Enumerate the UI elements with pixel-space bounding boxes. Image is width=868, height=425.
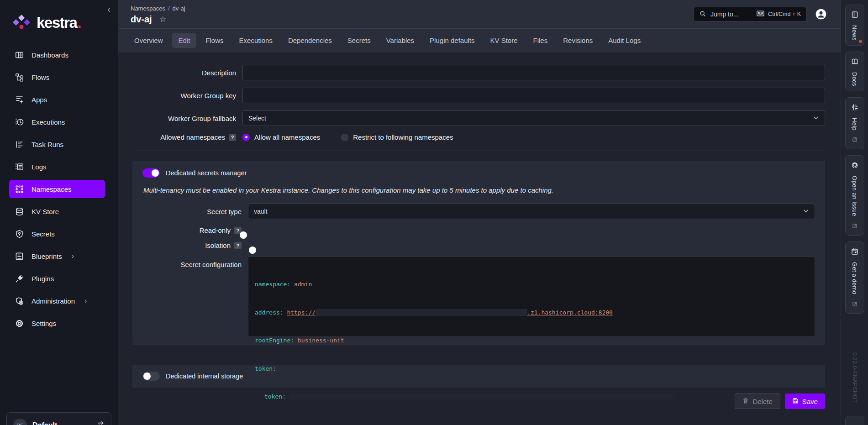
tab-kv-store[interactable]: KV Store — [484, 33, 524, 48]
breadcrumb: Namespaces/dv-aj — [131, 5, 185, 12]
section-divider — [132, 151, 825, 151]
save-icon — [792, 398, 799, 405]
slack-icon — [851, 104, 858, 113]
redacted-value — [289, 393, 673, 400]
chevron-down-icon — [803, 208, 809, 215]
tab-dependencies[interactable]: Dependencies — [282, 33, 338, 48]
logo-dot: . — [77, 14, 81, 31]
sidebar-item-executions[interactable]: Executions — [9, 113, 105, 131]
sidebar-item-namespaces[interactable]: Namespaces — [9, 180, 105, 198]
sidebar: ‹ kestra. Dashboards — [0, 0, 118, 425]
sidebar-item-plugins[interactable]: Plugins — [9, 269, 105, 288]
favorite-star-icon[interactable]: ☆ — [159, 15, 166, 24]
read-only-label: Read-only ? — [142, 226, 248, 234]
tab-edit[interactable]: Edit — [172, 33, 197, 48]
secret-configuration-editor[interactable]: namespace: admin address: https://.z1.ha… — [248, 257, 815, 337]
version-label: 0.22.0-SNAPSHOT — [852, 352, 858, 403]
sidebar-item-kv-store[interactable]: KV Store — [9, 202, 105, 220]
task-runs-icon — [15, 140, 24, 149]
secret-type-select[interactable]: vault — [248, 204, 815, 219]
breadcrumb-current[interactable]: dv-aj — [173, 5, 185, 12]
sidebar-item-label: Apps — [32, 96, 47, 104]
kestra-logo[interactable]: kestra. — [0, 0, 118, 43]
secret-type-label: Secret type — [142, 208, 248, 215]
tab-files[interactable]: Files — [527, 33, 554, 48]
sidebar-item-task-runs[interactable]: Task Runs — [9, 135, 105, 153]
calendar-icon — [851, 248, 858, 257]
sidebar-collapse-button[interactable]: ‹ — [107, 5, 110, 14]
app-window: ‹ kestra. Dashboards — [0, 0, 868, 425]
main-area: Namespaces/dv-aj dv-aj ☆ Jump to... — [118, 0, 841, 425]
chevron-right-icon: › — [72, 252, 74, 260]
news-button[interactable]: News — [845, 5, 864, 46]
news-icon — [851, 11, 858, 20]
worker-group-key-input[interactable] — [242, 88, 825, 103]
notification-badge — [859, 40, 862, 43]
sidebar-item-label: Namespaces — [32, 185, 72, 193]
external-link-icon — [852, 222, 857, 231]
help-icon[interactable]: ? — [234, 242, 242, 249]
external-link-icon — [852, 136, 857, 144]
tab-variables[interactable]: Variables — [380, 33, 421, 48]
logs-icon — [15, 162, 24, 171]
redacted-value — [316, 309, 527, 316]
breadcrumb-namespaces[interactable]: Namespaces — [131, 5, 165, 12]
breadcrumb-separator: / — [168, 5, 170, 12]
dedicated-secrets-manager-panel: Dedicated secrets manager Multi-tenancy … — [132, 161, 825, 345]
user-avatar[interactable] — [815, 8, 827, 20]
sidebar-item-flows[interactable]: Flows — [9, 68, 105, 86]
radio-restrict-namespaces[interactable]: Restrict to following namespaces — [341, 133, 453, 141]
sidebar-item-blueprints[interactable]: Blueprints › — [9, 247, 105, 265]
sidebar-item-dashboards[interactable]: Dashboards — [9, 46, 105, 64]
sidebar-item-label: KV Store — [32, 208, 59, 215]
worker-group-fallback-select[interactable]: Select — [242, 110, 825, 126]
help-button[interactable]: Help — [845, 97, 864, 150]
sidebar-item-logs[interactable]: Logs — [9, 157, 105, 176]
tab-secrets[interactable]: Secrets — [341, 33, 377, 48]
get-a-demo-button[interactable]: Get a demo — [845, 241, 864, 314]
radio-unselected-icon — [341, 134, 348, 141]
docs-icon — [851, 58, 858, 67]
search-placeholder: Jump to... — [710, 10, 738, 18]
sidebar-item-secrets[interactable]: Secrets — [9, 225, 105, 243]
kestra-logo-icon — [12, 14, 31, 32]
administration-icon — [15, 296, 24, 305]
tab-flows[interactable]: Flows — [199, 33, 230, 48]
rail-overflow-button[interactable] — [845, 416, 864, 425]
jump-to-search[interactable]: Jump to... Ctrl/Cmd + K — [694, 7, 807, 21]
secret-type-value: vault — [254, 208, 268, 215]
dedicated-internal-storage-toggle[interactable] — [142, 372, 160, 381]
flows-icon — [15, 73, 24, 82]
search-shortcut: Ctrl/Cmd + K — [768, 11, 801, 17]
tab-executions[interactable]: Executions — [233, 33, 279, 48]
open-an-issue-button[interactable]: Open an Issue — [845, 155, 864, 235]
delete-button[interactable]: Delete — [735, 394, 780, 409]
help-icon[interactable]: ? — [229, 134, 236, 141]
sidebar-item-label: Executions — [32, 118, 65, 126]
apps-icon — [15, 95, 24, 104]
allowed-namespaces-label: Allowed namespaces ? — [132, 133, 242, 141]
radio-allow-all-namespaces[interactable]: Allow all namespaces — [242, 133, 320, 141]
tab-audit-logs[interactable]: Audit Logs — [602, 33, 647, 48]
indent-guide — [255, 394, 261, 400]
save-button[interactable]: Save — [785, 394, 825, 409]
sidebar-item-label: Blueprints — [32, 252, 62, 260]
tab-revisions[interactable]: Revisions — [557, 33, 599, 48]
logo-text: kestra — [37, 14, 77, 31]
switch-tenant-icon — [96, 420, 105, 425]
description-input[interactable] — [242, 65, 825, 80]
sidebar-item-label: Administration — [32, 297, 75, 305]
tab-overview[interactable]: Overview — [128, 33, 169, 48]
keyboard-icon — [757, 10, 764, 18]
docs-button[interactable]: Docs — [845, 52, 864, 91]
sidebar-item-apps[interactable]: Apps — [9, 90, 105, 109]
dedicated-secrets-manager-toggle[interactable] — [142, 168, 160, 178]
sidebar-item-administration[interactable]: Administration › — [9, 292, 105, 310]
plugins-icon — [15, 274, 24, 283]
sidebar-item-label: Flows — [32, 73, 49, 81]
dedicated-secrets-manager-label: Dedicated secrets manager — [166, 169, 247, 177]
sidebar-item-settings[interactable]: Settings — [9, 314, 105, 332]
tenant-switcher[interactable]: DE Default — [6, 412, 111, 425]
page-title: dv-aj — [131, 14, 152, 25]
tab-plugin-defaults[interactable]: Plugin defaults — [423, 33, 481, 48]
